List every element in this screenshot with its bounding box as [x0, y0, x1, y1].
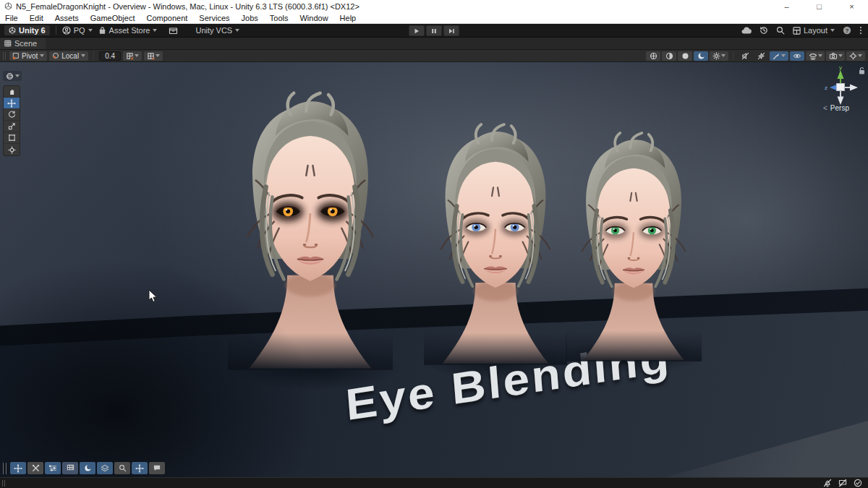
window-title: N5_FemaleDragonKnight - Overview - Windo…: [16, 2, 770, 11]
debug-visualization-dropdown[interactable]: [770, 51, 788, 61]
hand-tool-button[interactable]: [4, 86, 20, 98]
menu-bar: File Edit Assets GameObject Component Se…: [0, 12, 868, 24]
pivot-mode-dropdown[interactable]: Pivot: [9, 51, 47, 61]
chevron-down-icon: [81, 54, 85, 57]
maximize-button[interactable]: □: [803, 0, 835, 12]
status-ok-icon[interactable]: [854, 479, 862, 487]
play-button[interactable]: [409, 25, 425, 36]
menu-edit[interactable]: Edit: [24, 12, 49, 23]
chevron-down-icon: [830, 29, 835, 32]
snap-increment-field[interactable]: [99, 51, 121, 61]
z-axis-label: z: [825, 85, 827, 91]
layout-dropdown[interactable]: Layout: [793, 26, 835, 35]
lighting-toggle-button[interactable]: [662, 51, 676, 61]
eye-icon: [793, 52, 801, 60]
menu-component[interactable]: Component: [140, 12, 193, 23]
package-manager-button[interactable]: [169, 27, 178, 35]
account-dropdown[interactable]: PQ: [62, 26, 93, 35]
search-icon[interactable]: [776, 26, 785, 35]
mouse-cursor: [148, 289, 158, 304]
transform-overlay-button[interactable]: [132, 462, 148, 474]
grid-icon: [67, 464, 75, 472]
y-axis-cone[interactable]: [838, 70, 844, 79]
snap-grid-icon: [126, 52, 134, 60]
effects-dropdown[interactable]: [710, 51, 728, 61]
rotate-tool-button[interactable]: [4, 109, 20, 121]
handle-rotation-dropdown[interactable]: Local: [49, 51, 88, 61]
status-bar: [0, 477, 868, 488]
tool-settings-overlay-button[interactable]: [27, 462, 43, 474]
main-toolbar: Unity 6 PQ Asset Store Unity VCS: [0, 24, 868, 38]
menu-help[interactable]: Help: [334, 12, 362, 23]
menu-tools[interactable]: Tools: [264, 12, 294, 23]
transform-tool-button[interactable]: [4, 144, 20, 155]
scene-visibility-button[interactable]: [790, 51, 804, 61]
help-icon[interactable]: ?: [843, 26, 851, 35]
crescent-icon: [697, 52, 705, 60]
menu-assets[interactable]: Assets: [49, 12, 85, 23]
rect-tool-button[interactable]: [4, 132, 20, 144]
isolation-toggle[interactable]: [754, 51, 768, 61]
messages-muted-icon[interactable]: [838, 479, 847, 487]
character-head-blue[interactable]: [424, 121, 567, 365]
component-visibility-dropdown[interactable]: [806, 51, 825, 61]
overlay-toolbar: [3, 462, 165, 474]
snap-settings-dropdown[interactable]: [123, 51, 142, 61]
notifications-muted-icon[interactable]: [823, 479, 832, 487]
chevron-down-icon: [88, 29, 93, 32]
asset-store-dropdown[interactable]: Asset Store: [98, 26, 158, 35]
close-button[interactable]: ×: [835, 0, 868, 12]
toolbar-drag-handle[interactable]: [3, 52, 6, 60]
minimize-button[interactable]: –: [770, 0, 803, 12]
crossed-tools-icon: [32, 464, 40, 472]
scene-viewport[interactable]: Eye Blending: [0, 62, 868, 477]
transform-icon: [8, 146, 16, 154]
search-overlay-button[interactable]: [114, 462, 130, 474]
camera-settings-dropdown[interactable]: [826, 51, 845, 61]
orientation-overlay-button[interactable]: [97, 462, 113, 474]
gizmo-center-cube[interactable]: [837, 84, 845, 91]
pause-button[interactable]: [426, 25, 442, 36]
move-icon: [7, 99, 16, 108]
unity-vcs-dropdown[interactable]: Unity VCS: [195, 26, 239, 35]
step-button[interactable]: [443, 25, 459, 36]
x-axis-cone[interactable]: [850, 85, 858, 91]
svg-text:?: ?: [846, 27, 849, 34]
unity-version-badge[interactable]: Unity 6: [4, 25, 50, 35]
lock-icon[interactable]: [859, 68, 864, 74]
kebab-menu-icon[interactable]: [859, 26, 862, 35]
audio-mute-toggle[interactable]: [738, 51, 752, 61]
view-tool-dropdown[interactable]: [3, 71, 22, 81]
tools-overlay-button[interactable]: [10, 462, 26, 474]
grid-overlay-button[interactable]: [62, 462, 78, 474]
chevron-down-icon: [153, 29, 157, 32]
overlay-drag-handle[interactable]: [3, 463, 7, 474]
menu-file[interactable]: File: [0, 12, 24, 23]
sun-icon: [712, 52, 720, 60]
character-head-green[interactable]: [566, 130, 702, 361]
menu-jobs[interactable]: Jobs: [236, 12, 264, 23]
draw-mode-button[interactable]: [646, 51, 660, 61]
move-tool-button[interactable]: [4, 98, 20, 109]
view-options-overlay-button[interactable]: [80, 462, 95, 474]
menu-services[interactable]: Services: [193, 12, 235, 23]
pause-icon: [431, 28, 437, 34]
annotations-overlay-button[interactable]: [149, 462, 165, 474]
move-icon: [135, 464, 144, 473]
snap-settings-overlay-button[interactable]: [45, 462, 61, 474]
effects-toggle-button[interactable]: [694, 51, 708, 61]
audio-toggle-button[interactable]: [678, 51, 692, 61]
statusbar-drag-handle[interactable]: [2, 480, 5, 487]
playmode-controls: [409, 25, 459, 36]
move-icon: [14, 464, 22, 473]
projection-label[interactable]: < Persp: [823, 104, 849, 112]
scale-tool-button[interactable]: [4, 121, 20, 132]
cloud-icon[interactable]: [741, 27, 752, 35]
gizmos-dropdown[interactable]: [846, 51, 865, 61]
menu-gameobject[interactable]: GameObject: [85, 12, 141, 23]
scene-tab[interactable]: Scene: [0, 38, 46, 49]
menu-window[interactable]: Window: [294, 12, 333, 23]
pivot-icon: [12, 52, 20, 59]
history-icon[interactable]: [760, 26, 768, 35]
grid-visibility-dropdown[interactable]: [144, 51, 163, 61]
